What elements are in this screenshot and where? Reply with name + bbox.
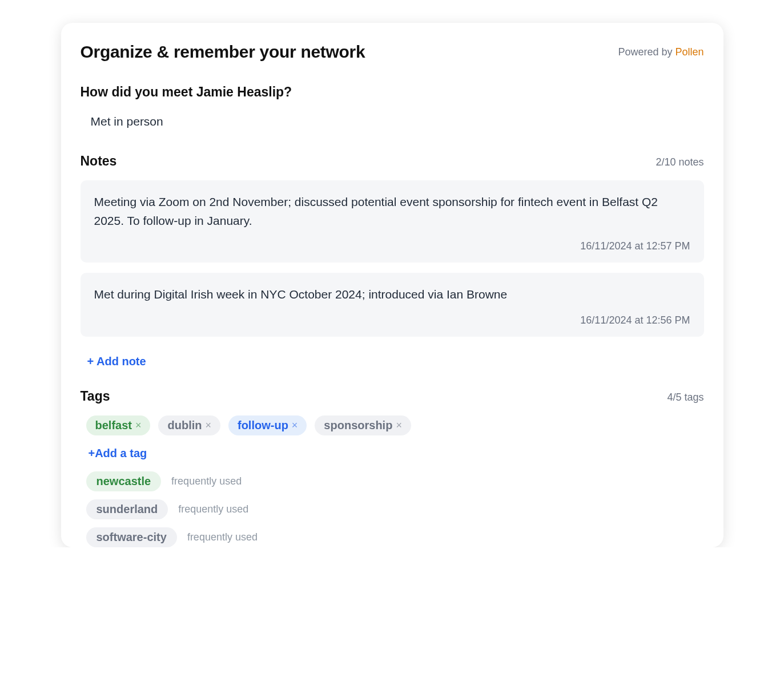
notes-count: 2/10 notes <box>656 156 703 168</box>
note-text: Met during Digital Irish week in NYC Oct… <box>94 285 690 304</box>
how-met-question: How did you meet Jamie Heaslip? <box>81 84 704 100</box>
note-timestamp: 16/11/2024 at 12:56 PM <box>94 314 690 326</box>
how-met-answer[interactable]: Met in person <box>81 115 704 128</box>
suggestion-hint: frequently used <box>187 531 258 543</box>
notes-header: Notes 2/10 notes <box>81 154 704 169</box>
note-item[interactable]: Met during Digital Irish week in NYC Oct… <box>81 273 704 337</box>
powered-by-link[interactable]: Pollen <box>675 46 703 58</box>
tags-title: Tags <box>81 389 110 404</box>
powered-by-prefix: Powered by <box>618 46 675 58</box>
notes-title: Notes <box>81 154 117 169</box>
suggested-tag-chip[interactable]: newcastle <box>86 471 162 491</box>
tag-chip[interactable]: sponsorship × <box>315 415 411 435</box>
remove-tag-icon[interactable]: × <box>396 419 402 431</box>
tag-label: follow-up <box>238 419 288 432</box>
tag-label: sponsorship <box>324 419 392 432</box>
tag-chip[interactable]: dublin × <box>158 415 220 435</box>
note-timestamp: 16/11/2024 at 12:57 PM <box>94 240 690 252</box>
note-item[interactable]: Meeting via Zoom on 2nd November; discus… <box>81 180 704 263</box>
suggested-tag-chip[interactable]: software-city <box>86 527 177 547</box>
tag-suggestion: software-city frequently used <box>81 527 704 547</box>
tag-label: dublin <box>167 419 202 432</box>
note-text: Meeting via Zoom on 2nd November; discus… <box>94 193 690 230</box>
remove-tag-icon[interactable]: × <box>135 419 142 431</box>
suggestion-hint: frequently used <box>178 503 248 515</box>
powered-by: Powered by Pollen <box>618 46 703 58</box>
remove-tag-icon[interactable]: × <box>205 419 211 431</box>
add-note-button[interactable]: + Add note <box>87 355 146 368</box>
tag-chip[interactable]: belfast × <box>86 415 151 435</box>
tags-count: 4/5 tags <box>667 392 703 403</box>
card-title: Organize & remember your network <box>81 42 365 62</box>
tag-label: belfast <box>95 419 132 432</box>
suggestion-hint: frequently used <box>171 475 242 487</box>
suggested-tag-chip[interactable]: sunderland <box>86 499 168 519</box>
tags-header: Tags 4/5 tags <box>81 389 704 404</box>
remove-tag-icon[interactable]: × <box>292 419 298 431</box>
tag-chip[interactable]: follow-up × <box>228 415 307 435</box>
tags-row: belfast × dublin × follow-up × sponsorsh… <box>81 415 704 435</box>
card-header: Organize & remember your network Powered… <box>81 42 704 62</box>
add-tag-button[interactable]: +Add a tag <box>89 447 147 460</box>
contact-card: Organize & remember your network Powered… <box>61 23 723 547</box>
tag-suggestion: newcastle frequently used <box>81 471 704 491</box>
tag-suggestion: sunderland frequently used <box>81 499 704 519</box>
